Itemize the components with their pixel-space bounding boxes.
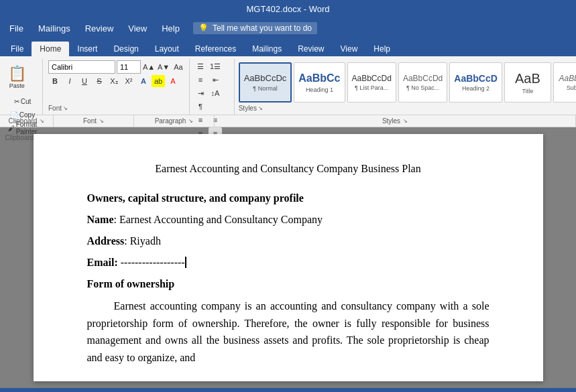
clipboard-section-label[interactable]: Clipboard ↘ — [0, 115, 54, 127]
section-body-ownership: Earnest accounting company is an account… — [87, 298, 489, 366]
decrease-indent-button[interactable]: ⇤ — [209, 74, 222, 86]
strikethrough-button[interactable]: S — [93, 75, 106, 87]
clipboard-sub-buttons: ✂Cut 📄Copy 🖌Format Painter — [5, 95, 41, 134]
style-normal-preview: AaBbCcDc — [244, 73, 287, 84]
increase-indent-button[interactable]: ⇥ — [194, 87, 207, 99]
text-highlight-button[interactable]: ab — [152, 75, 165, 87]
tab-layout[interactable]: Layout — [147, 42, 187, 56]
field-name: Name: Earnest Accounting and Consultancy… — [87, 212, 489, 228]
tab-view[interactable]: View — [333, 42, 366, 56]
text-cursor — [185, 257, 186, 268]
clipboard-group: 📋 Paste ✂Cut 📄Copy 🖌Format Painter Clipb… — [3, 59, 43, 115]
paragraph-section-label[interactable]: Paragraph ↘ — [134, 115, 215, 127]
field-name-label: Name — [87, 214, 114, 225]
cut-button[interactable]: ✂Cut — [5, 95, 41, 107]
style-heading2[interactable]: AaBbCcD Heading 2 — [449, 62, 502, 103]
field-address: Address: Riyadh — [87, 233, 489, 249]
subscript-button[interactable]: X₂ — [107, 75, 121, 87]
styles-expand-icon[interactable]: ↘ — [258, 105, 263, 111]
style-nospace-preview: AaBbCcDd — [403, 74, 443, 83]
style-title-preview: AaB — [515, 70, 540, 86]
font-section-expand[interactable]: ↘ — [99, 118, 104, 124]
style-listpara-preview: AaBbCcDd — [352, 74, 392, 83]
cut-icon: ✂ — [14, 98, 19, 105]
font-shrink-button[interactable]: A▼ — [157, 61, 170, 73]
field-email-label: Email: — [87, 257, 118, 268]
sort-button[interactable]: ↕A — [209, 87, 222, 99]
styles-label: Styles ↘ — [239, 105, 576, 113]
text-effects-button[interactable]: A — [137, 75, 150, 87]
menu-review[interactable]: Review — [78, 21, 121, 36]
tab-design[interactable]: Design — [105, 42, 146, 56]
document-area[interactable]: Earnest Accounting and Consultancy Compa… — [0, 127, 576, 388]
font-grow-button[interactable]: A▲ — [142, 61, 156, 73]
styles-group: AaBbCcDc ¶ Normal AaBbCc Heading 1 AaBbC… — [236, 59, 576, 115]
menu-help[interactable]: Help — [155, 21, 186, 36]
bold-button[interactable]: B — [48, 75, 62, 87]
underline-button[interactable]: U — [78, 75, 91, 87]
bullet-list-button[interactable]: ☰ — [194, 60, 207, 72]
font-section-label[interactable]: Font ↘ — [54, 115, 134, 127]
tab-help[interactable]: Help — [365, 42, 398, 56]
show-formatting-button[interactable]: ¶ — [194, 101, 207, 113]
style-listpara[interactable]: AaBbCcDd ¶ List Para... — [347, 62, 396, 103]
paste-icon: 📋 — [8, 65, 26, 82]
styles-section-label[interactable]: Styles ↘ — [215, 115, 576, 127]
menu-file[interactable]: File — [3, 21, 30, 36]
ribbon-section-labels: Clipboard ↘ Font ↘ Paragraph ↘ Styles ↘ — [0, 115, 576, 127]
lightbulb-icon: 💡 — [198, 23, 209, 33]
font-label: Font ↘ — [48, 105, 185, 113]
font-selector-row: A▲ A▼ Aa — [48, 60, 185, 74]
clipboard-section-expand[interactable]: ↘ — [40, 118, 44, 124]
field-address-label: Address — [87, 235, 125, 247]
italic-button[interactable]: I — [63, 75, 76, 87]
menu-bar: File Mailings Review View Help 💡 Tell me… — [0, 17, 576, 39]
menu-search[interactable]: 💡 Tell me what you want to do — [193, 22, 317, 34]
style-heading1[interactable]: AaBbCc Heading 1 — [294, 62, 345, 103]
tab-mailings[interactable]: Mailings — [244, 42, 290, 56]
tab-references[interactable]: References — [187, 42, 244, 56]
clear-format-button[interactable]: Aa — [172, 61, 185, 73]
font-color-button[interactable]: A — [166, 75, 180, 87]
style-title[interactable]: AaB Title — [504, 62, 551, 103]
style-nospace-label: ¶ No Spac... — [406, 84, 439, 91]
font-size-input[interactable] — [117, 60, 141, 74]
menu-view[interactable]: View — [121, 21, 154, 36]
style-normal[interactable]: AaBbCcDc ¶ Normal — [239, 62, 292, 103]
title-bar-text: MGT402.docx - Word — [246, 4, 329, 14]
menu-mailings[interactable]: Mailings — [32, 21, 77, 36]
font-group: A▲ A▼ Aa B I U S X₂ X² A ab A Font ↘ — [44, 59, 190, 115]
numbered-list-button[interactable]: 1☰ — [209, 60, 222, 72]
section-heading-owners: Owners, capital structure, and company p… — [87, 190, 489, 206]
style-subtitle[interactable]: AaBbCcD Subtitle — [553, 62, 576, 103]
tab-file[interactable]: File — [3, 42, 32, 56]
tab-insert[interactable]: Insert — [69, 42, 105, 56]
font-name-input[interactable] — [48, 60, 115, 74]
search-label: Tell me what you want to do — [213, 23, 312, 33]
tab-home[interactable]: Home — [32, 42, 69, 56]
multilevel-list-button[interactable]: ≡ — [194, 74, 207, 86]
ribbon: 📋 Paste ✂Cut 📄Copy 🖌Format Painter Clipb… — [0, 56, 576, 115]
font-expand-icon[interactable]: ↘ — [63, 105, 68, 111]
style-subtitle-label: Subtitle — [567, 84, 576, 91]
style-heading1-label: Heading 1 — [306, 86, 333, 93]
style-normal-label: ¶ Normal — [253, 85, 277, 92]
para-top-row: ☰ 1☰ ≡ ⇤ ⇥ ↕A ¶ — [194, 60, 231, 113]
field-name-value: : Earnest Accounting and Consultancy Com… — [113, 214, 323, 225]
field-address-value: : Riyadh — [124, 235, 161, 247]
document-page[interactable]: Earnest Accounting and Consultancy Compa… — [34, 134, 543, 381]
style-title-label: Title — [522, 88, 534, 94]
paste-button[interactable]: 📋 Paste — [5, 60, 30, 94]
section-heading-ownership: Form of ownership — [87, 276, 489, 292]
style-heading2-label: Heading 2 — [462, 85, 489, 92]
superscript-button[interactable]: X² — [122, 75, 135, 87]
font-format-row: B I U S X₂ X² A ab A — [48, 75, 185, 87]
tab-review[interactable]: Review — [290, 42, 332, 56]
title-bar: MGT402.docx - Word — [0, 0, 576, 17]
status-bar: Page 1 of 1 Words: 142 English (United S… — [0, 388, 576, 392]
paragraph-section-expand[interactable]: ↘ — [188, 118, 193, 124]
styles-section-expand[interactable]: ↘ — [403, 118, 408, 124]
ribbon-tabs: File Home Insert Design Layout Reference… — [0, 39, 576, 56]
field-email-value: ------------------ — [118, 257, 185, 268]
style-nospace[interactable]: AaBbCcDd ¶ No Spac... — [398, 62, 447, 103]
